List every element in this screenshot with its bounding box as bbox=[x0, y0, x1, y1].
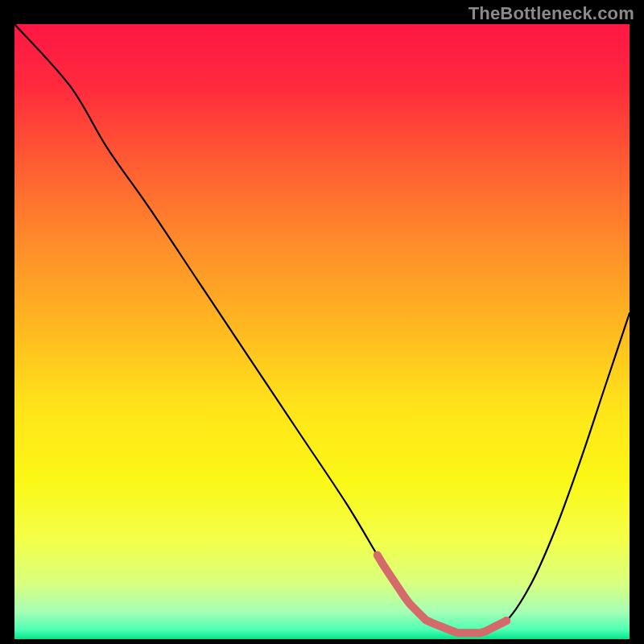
watermark-text: TheBottleneck.com bbox=[469, 3, 634, 24]
optimal-range-end-dot bbox=[502, 617, 510, 625]
chart-plot bbox=[14, 24, 630, 639]
gradient-background bbox=[14, 24, 630, 639]
